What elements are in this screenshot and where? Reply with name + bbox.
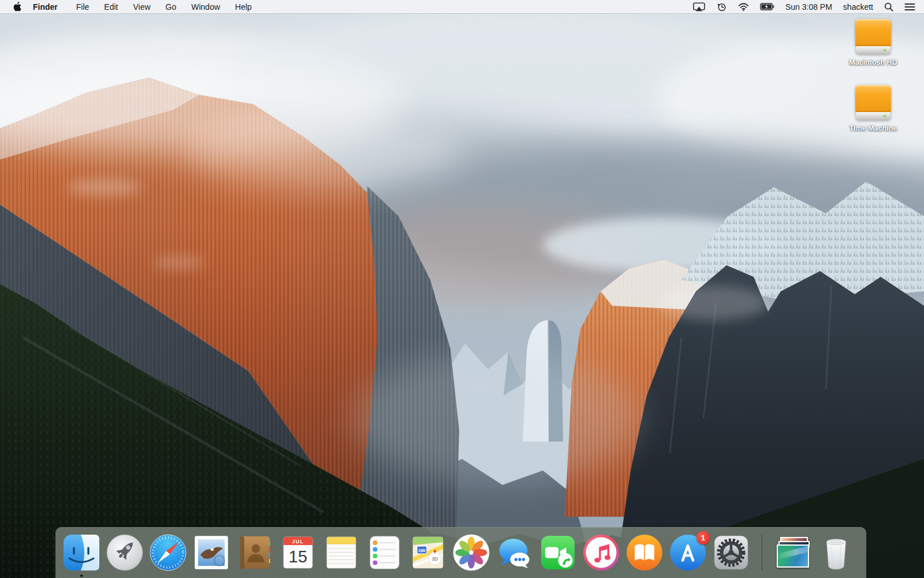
- dock-item-app-store[interactable]: 1: [669, 534, 706, 571]
- active-app-menu[interactable]: Finder: [33, 2, 58, 12]
- dock-item-photos[interactable]: [453, 534, 490, 571]
- stacked-wallpapers-icon: [774, 534, 811, 571]
- menu-go[interactable]: Go: [166, 2, 177, 12]
- dock-item-contacts[interactable]: [236, 534, 273, 571]
- menu-bar-status-area: Sun 3:08 PM shackett: [693, 2, 924, 12]
- app-store-badge: 1: [696, 531, 710, 544]
- drive-led: [884, 115, 886, 118]
- drive-led: [884, 49, 886, 52]
- apple-menu-icon[interactable]: [13, 2, 21, 12]
- dock-item-mail[interactable]: [193, 534, 230, 571]
- dock-item-desktop-pictures-stack[interactable]: [774, 534, 811, 571]
- volume-label: Time Machine: [850, 124, 897, 132]
- desktop-volume-macintosh-hd[interactable]: Macintosh HD: [849, 19, 897, 66]
- spotlight-search-icon[interactable]: [884, 2, 893, 12]
- menu-edit[interactable]: Edit: [104, 2, 118, 12]
- menu-bar: Finder File Edit View Go Window Help: [0, 0, 924, 14]
- calendar-month-text: JUL: [292, 539, 304, 544]
- dock-item-reminders[interactable]: [366, 534, 403, 571]
- dock-item-finder[interactable]: [63, 534, 100, 571]
- dock-divider: [762, 535, 762, 570]
- airplay-display-icon[interactable]: [693, 2, 705, 12]
- maps-route-shield-text: 280: [418, 548, 426, 553]
- dock-item-notes[interactable]: [323, 534, 360, 571]
- dock-item-calendar[interactable]: JUL 15: [280, 534, 316, 571]
- menu-view[interactable]: View: [133, 2, 150, 12]
- menu-window[interactable]: Window: [191, 2, 220, 12]
- dock-item-trash[interactable]: [818, 534, 855, 571]
- dock-item-safari[interactable]: [150, 534, 187, 571]
- volume-label: Macintosh HD: [849, 58, 897, 66]
- dock-item-messages[interactable]: [496, 534, 533, 571]
- desktop-icon-column: Macintosh HD Time Machine: [835, 19, 911, 132]
- battery-charging-icon[interactable]: [760, 3, 774, 10]
- dock-item-launchpad[interactable]: [106, 534, 143, 571]
- orange-drive-icon: [855, 19, 891, 54]
- desktop-wallpaper-el-capitan: [0, 14, 924, 578]
- dock-item-itunes[interactable]: [583, 534, 620, 571]
- dock: JUL 15: [55, 527, 866, 578]
- macos-desktop: Finder File Edit View Go Window Help: [0, 0, 924, 578]
- menu-bar-left: Finder File Edit View Go Window Help: [0, 2, 252, 12]
- fast-user-switch-menu[interactable]: shackett: [843, 2, 873, 12]
- dock-item-ibooks[interactable]: [626, 534, 663, 571]
- calendar-day-text: 15: [289, 547, 307, 566]
- dock-item-system-preferences[interactable]: [713, 534, 750, 571]
- desktop-volume-time-machine[interactable]: Time Machine: [850, 85, 897, 132]
- maps-3d-text: 3D: [432, 556, 438, 562]
- wifi-icon[interactable]: [738, 3, 749, 11]
- dock-item-maps[interactable]: 280 3D: [409, 534, 446, 571]
- finder-running-indicator: [80, 575, 83, 577]
- menu-file[interactable]: File: [76, 2, 90, 12]
- time-machine-icon[interactable]: [716, 2, 727, 12]
- dock-item-facetime[interactable]: [539, 534, 576, 571]
- menu-help[interactable]: Help: [235, 2, 252, 12]
- menu-bar-clock[interactable]: Sun 3:08 PM: [785, 2, 832, 12]
- orange-drive-icon: [855, 85, 891, 120]
- notification-center-icon[interactable]: [904, 3, 915, 11]
